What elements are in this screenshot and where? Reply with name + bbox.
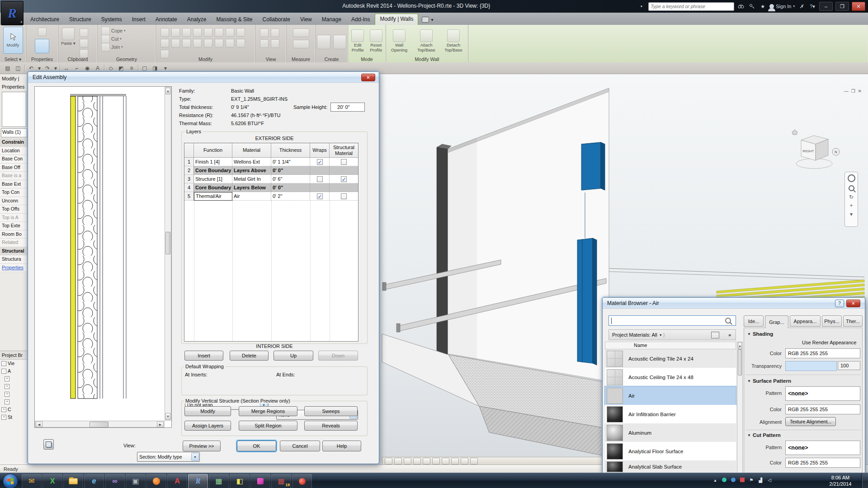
taskbar-icon-revit-active[interactable]: R xyxy=(188,474,208,488)
property-group-header[interactable]: Constrain xyxy=(0,138,28,147)
attach-top-base-button[interactable]: Attach Top/Base xyxy=(415,29,438,52)
scroll-right-icon[interactable]: ▶ xyxy=(157,422,164,427)
layer-row-1[interactable]: 1 Finish 1 [4] Wellons Ext 0' 1 1/4" xyxy=(184,158,358,166)
column-header-function[interactable]: Function xyxy=(194,143,232,158)
measure-ruler-icon[interactable] xyxy=(293,28,309,37)
tab-systems[interactable]: Systems xyxy=(96,14,127,25)
preview-2d-button[interactable] xyxy=(43,439,54,450)
tab-collaborate[interactable]: Collaborate xyxy=(258,14,295,25)
paste-button[interactable]: Paste ▾ xyxy=(60,28,77,46)
tree-item[interactable]: + xyxy=(0,375,28,383)
property-row[interactable]: Base Off xyxy=(0,164,28,172)
preview-toggle-button[interactable]: Preview >> xyxy=(183,441,221,451)
unpin-icon[interactable] xyxy=(215,39,223,47)
preview-view-select[interactable]: Section: Modify type▼ xyxy=(137,452,200,462)
layer-row-4[interactable]: 4 Core Boundary Layers Below 0' 0" xyxy=(184,183,358,192)
detail-level-icon[interactable] xyxy=(394,458,402,465)
subscription-key-icon[interactable] xyxy=(748,3,756,10)
collapse-icon[interactable]: - xyxy=(1,369,6,374)
tab-thermal[interactable]: Ther... xyxy=(843,315,863,327)
open-file-icon[interactable]: ▤ xyxy=(4,64,12,72)
property-row[interactable]: Base Ext xyxy=(0,180,28,189)
expand-icon[interactable]: + xyxy=(5,384,9,389)
customize-qat-icon[interactable]: ▾ xyxy=(161,64,170,72)
texture-alignment-button[interactable]: Texture Alignment... xyxy=(785,417,836,426)
preview-horizontal-scrollbar[interactable]: ◀ ▶ xyxy=(35,421,165,427)
cope-button[interactable]: Cope▾ xyxy=(101,27,126,35)
tab-architecture[interactable]: Architecture xyxy=(25,14,64,25)
structural-checkbox[interactable] xyxy=(341,193,347,199)
preview-vertical-scrollbar[interactable]: ▲ ▼ xyxy=(165,87,171,421)
tab-graphics[interactable]: Grap... xyxy=(765,315,788,328)
material-browser-title-bar[interactable]: Material Browser - Air xyxy=(603,298,865,309)
align-icon[interactable] xyxy=(160,28,169,37)
view-restore-icon[interactable]: ❐ xyxy=(851,89,855,94)
show-hidden-icons-button[interactable]: ▴ xyxy=(712,477,719,483)
property-row[interactable]: Structura xyxy=(0,255,28,264)
tab-structure[interactable]: Structure xyxy=(64,14,96,25)
taskbar-icon-dark-app[interactable]: ▣ xyxy=(126,474,146,488)
surface-pattern-field[interactable]: <none> xyxy=(785,386,860,401)
layer-row-5[interactable]: 5 Thermal/Air Air 0' 2" xyxy=(184,192,358,201)
project-materials-filter[interactable]: Project Materials: All xyxy=(612,332,657,338)
tab-physical[interactable]: Phys... xyxy=(822,315,842,327)
material-search-input[interactable] xyxy=(609,315,736,326)
material-row[interactable]: Analytical Slab Surface xyxy=(605,460,736,473)
help-button[interactable]: Help xyxy=(322,441,361,451)
temporary-hide-icon[interactable] xyxy=(461,458,468,465)
tree-item[interactable]: -A xyxy=(0,367,28,375)
steering-wheel-icon[interactable] xyxy=(848,174,855,182)
pan-icon[interactable]: + xyxy=(849,203,853,208)
delete-button[interactable]: Delete xyxy=(230,351,269,361)
undo-icon[interactable]: ↶ xyxy=(27,64,35,72)
collapse-icon[interactable]: - xyxy=(1,361,6,366)
transparency-slider[interactable] xyxy=(785,361,837,371)
cut-color-field[interactable]: RGB 255 255 255 xyxy=(785,458,860,468)
dimension-icon[interactable] xyxy=(293,40,309,48)
reveal-hidden-icon[interactable] xyxy=(470,458,478,465)
selected-blue-girt-upper[interactable] xyxy=(581,142,605,190)
properties-palette-icon[interactable] xyxy=(38,28,47,36)
tab-manage[interactable]: Manage xyxy=(317,14,346,25)
layer-material-cell[interactable]: Air xyxy=(232,192,271,201)
tab-add-ins[interactable]: Add-Ins xyxy=(346,14,375,25)
trim-icon[interactable] xyxy=(182,39,191,47)
close-button[interactable]: ✕ xyxy=(852,2,865,11)
taskbar-icon-visual-studio[interactable]: ∞ xyxy=(105,474,125,488)
viewcube-right-face-label[interactable]: RIGHT xyxy=(803,149,814,153)
navbar-options-icon[interactable]: ▾ xyxy=(850,211,853,217)
lightbulb-icon[interactable] xyxy=(260,28,269,37)
sweeps-button[interactable]: Sweeps xyxy=(304,406,358,416)
shadows-icon[interactable] xyxy=(423,458,430,465)
expand-icon[interactable]: + xyxy=(1,415,6,420)
scroll-left-icon[interactable]: ◀ xyxy=(36,422,42,427)
scale-icon[interactable] xyxy=(204,39,212,47)
edit-profile-button[interactable]: Edit Profile xyxy=(349,29,366,52)
panel-label-select[interactable]: Select ▾ xyxy=(0,56,26,62)
taskbar-icon-excel[interactable]: X xyxy=(42,474,62,488)
taskbar-clock[interactable]: 8:06 AM 2/21/2014 xyxy=(822,474,859,488)
layer-material-cell[interactable]: Layers Above xyxy=(232,166,271,175)
layer-material-cell[interactable]: Layers Below xyxy=(232,183,271,192)
tab-annotate[interactable]: Annotate xyxy=(151,14,182,25)
layer-thickness-cell[interactable]: 0' 1 1/4" xyxy=(271,158,310,166)
column-header-structural[interactable]: Structural Material xyxy=(330,143,358,158)
modify-tool-button[interactable]: Modify xyxy=(3,27,23,54)
layer-function-cell[interactable]: Finish 1 [4] xyxy=(194,158,232,166)
property-row[interactable]: Room Bo xyxy=(0,230,28,239)
layer-row-2[interactable]: 2 Core Boundary Layers Above 0' 0" xyxy=(184,166,358,175)
help-search-input[interactable] xyxy=(648,2,734,11)
layer-thickness-cell[interactable]: 0' 0" xyxy=(271,166,310,175)
expand-icon[interactable]: + xyxy=(1,407,6,412)
tree-item[interactable]: + xyxy=(0,398,28,406)
tray-app-icon[interactable] xyxy=(739,477,746,483)
cut-to-clipboard-icon[interactable] xyxy=(80,28,88,37)
redo-dropdown-icon[interactable]: ▾ xyxy=(54,64,57,72)
cut-pattern-section-header[interactable]: ▼Cut Pattern xyxy=(747,432,781,438)
show-desktop-button[interactable] xyxy=(862,473,868,488)
tab-view[interactable]: View xyxy=(295,14,317,25)
default-3d-view-icon[interactable]: ◇ xyxy=(107,64,115,72)
application-menu-button[interactable]: R▾ xyxy=(1,1,24,25)
view-control-bar[interactable] xyxy=(382,457,604,465)
section-preview-pane[interactable]: ▲ ▼ ◀ ▶ xyxy=(34,86,172,428)
